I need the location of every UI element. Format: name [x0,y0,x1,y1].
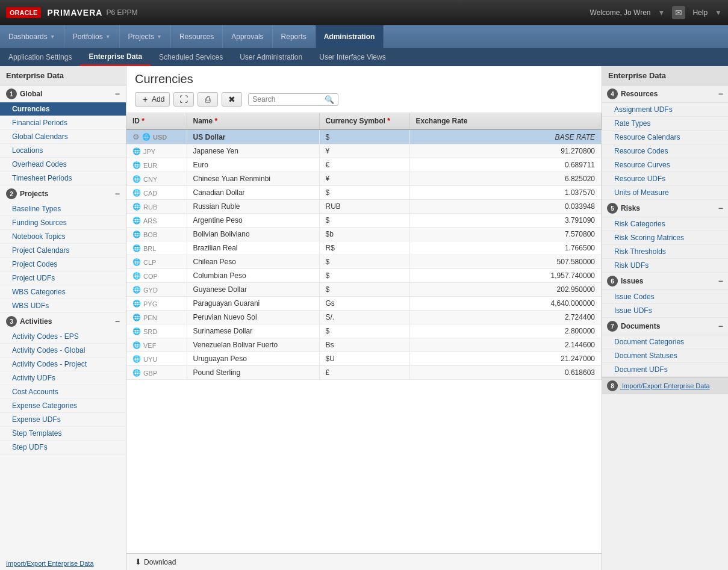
cell-rate: 1.766500 [409,241,602,255]
sidebar-item-baseline-types[interactable]: Baseline Types [0,202,126,216]
right-item-document-udfs[interactable]: Document UDFs [602,363,728,377]
right-item-resource-curves[interactable]: Resource Curves [602,158,728,172]
right-item-units-of-measure[interactable]: Units of Measure [602,186,728,200]
table-row[interactable]: 🌐 PENPeruvian Nuevo SolS/.2.724400 [126,311,602,324]
projects-collapse-icon[interactable]: − [115,189,120,199]
sidebar-item-expense-udfs[interactable]: Expense UDFs [0,413,126,427]
table-row[interactable]: 🌐 PYGParaguayan GuaraniGs4,640.000000 [126,297,602,311]
subnav-enterprise-data[interactable]: Enterprise Data [80,48,151,66]
sidebar-item-wbs-categories[interactable]: WBS Categories [0,285,126,299]
right-section-issues[interactable]: 6 Issues − [602,273,728,290]
sidebar-item-project-codes[interactable]: Project Codes [0,258,126,271]
risks-label: Risks [621,204,640,212]
table-row[interactable]: 🌐 UYUUruguayan Peso$U21.247000 [126,352,602,366]
notifications-icon[interactable]: ✉ [672,6,685,19]
table-row[interactable]: 🌐 BOBBolivian Boliviano$b7.570800 [126,228,602,241]
right-item-risk-categories[interactable]: Risk Categories [602,217,728,231]
right-import-export-link[interactable]: 8 Import/Export Enterprise Data [602,377,728,394]
table-row[interactable]: 🌐 ARSArgentine Peso$3.791090 [126,214,602,228]
sidebar-item-activity-codes-eps[interactable]: Activity Codes - EPS [0,330,126,344]
table-row[interactable]: 🌐 JPYJapanese Yen¥91.270800 [126,144,602,158]
right-item-risk-scoring-matrices[interactable]: Risk Scoring Matrices [602,231,728,245]
sidebar-item-overhead-codes[interactable]: Overhead Codes [0,158,126,172]
help-link[interactable]: Help [692,8,708,17]
subnav-application-settings[interactable]: Application Settings [0,48,80,66]
activities-collapse-icon[interactable]: − [115,317,120,326]
right-section-risks[interactable]: 5 Risks − [602,200,728,217]
cell-id: 🌐 CNY [126,172,187,186]
right-item-document-categories[interactable]: Document Categories [602,335,728,349]
documents-collapse-icon[interactable]: − [718,321,723,331]
sidebar-item-currencies[interactable]: Currencies [0,102,126,116]
print-button[interactable]: ⎙ [198,92,218,107]
table-row[interactable]: 🌐 SRDSurinamese Dollar$2.800000 [126,324,602,338]
risks-collapse-icon[interactable]: − [718,203,723,213]
table-row[interactable]: 🌐 CNYChinese Yuan Renminbi¥6.825020 [126,172,602,186]
sidebar-item-timesheet-periods[interactable]: Timesheet Periods [0,172,126,185]
right-item-risk-udfs[interactable]: Risk UDFs [602,259,728,273]
right-item-issue-udfs[interactable]: Issue UDFs [602,304,728,318]
page-title: Currencies [135,72,593,86]
sidebar-item-cost-accounts[interactable]: Cost Accounts [0,385,126,399]
right-item-issue-codes[interactable]: Issue Codes [602,290,728,304]
nav-portfolios[interactable]: Portfolios▼ [64,25,120,48]
download-button[interactable]: ⬇ Download [135,557,176,566]
right-item-rate-types[interactable]: Rate Types [602,117,728,131]
global-collapse-icon[interactable]: − [115,89,120,99]
sidebar-item-project-udfs[interactable]: Project UDFs [0,271,126,285]
right-section-documents[interactable]: 7 Documents − [602,318,728,335]
expand-button[interactable]: ⛶ [173,92,194,107]
delete-button[interactable]: ✖ [222,92,242,107]
resources-collapse-icon[interactable]: − [718,89,723,99]
nav-administration[interactable]: Administration [316,25,384,48]
welcome-link[interactable]: Welcome, Jo Wren [590,8,651,17]
sidebar-item-step-templates[interactable]: Step Templates [0,427,126,441]
sidebar-section-projects[interactable]: 2 Projects − [0,185,126,202]
nav-reports[interactable]: Reports [273,25,316,48]
sidebar-section-activities[interactable]: 3 Activities − [0,313,126,330]
subnav-user-administration[interactable]: User Administration [231,48,311,66]
table-row[interactable]: 🌐 CLPChilean Peso$507.580000 [126,255,602,269]
sidebar-section-global[interactable]: 1 Global − [0,85,126,102]
table-row[interactable]: ⚙ 🌐 USDUS Dollar$BASE RATE [126,129,602,144]
left-import-export-link[interactable]: Import/Export Enterprise Data [0,557,126,570]
right-section-resources[interactable]: 4 Resources − [602,85,728,103]
right-item-document-statuses[interactable]: Document Statuses [602,349,728,363]
table-row[interactable]: 🌐 RUBRussian RubleRUB0.033948 [126,200,602,214]
nav-dashboards[interactable]: Dashboards▼ [0,25,64,48]
sidebar-item-step-udfs[interactable]: Step UDFs [0,441,126,454]
right-item-assignment-udfs[interactable]: Assignment UDFs [602,103,728,117]
nav-projects[interactable]: Projects▼ [120,25,171,48]
sidebar-item-activity-codes-global[interactable]: Activity Codes - Global [0,344,126,358]
table-row[interactable]: 🌐 COPColumbian Peso$1,957.740000 [126,269,602,283]
table-row[interactable]: 🌐 GBPPound Sterling£0.618603 [126,366,602,380]
right-item-resource-udfs[interactable]: Resource UDFs [602,172,728,186]
sidebar-item-activity-udfs[interactable]: Activity UDFs [0,371,126,385]
right-item-resource-codes[interactable]: Resource Codes [602,144,728,158]
sidebar-item-project-calendars[interactable]: Project Calendars [0,244,126,258]
sidebar-item-notebook-topics[interactable]: Notebook Topics [0,230,126,244]
subnav-user-interface-views[interactable]: User Interface Views [311,48,394,66]
sidebar-item-activity-codes-project[interactable]: Activity Codes - Project [0,358,126,371]
table-row[interactable]: 🌐 CADCanadian Dollar$1.037570 [126,186,602,200]
nav-resources[interactable]: Resources [171,25,223,48]
search-box[interactable]: 🔍 [248,93,338,106]
table-row[interactable]: 🌐 GYDGuyanese Dollar$202.950000 [126,283,602,297]
table-row[interactable]: 🌐 EUREuro€0.689711 [126,158,602,172]
search-input[interactable] [252,95,325,104]
nav-approvals[interactable]: Approvals [223,25,272,48]
table-row[interactable]: 🌐 VEFVenezuelan Bolivar FuertoBs2.144600 [126,338,602,352]
cell-name: Surinamese Dollar [187,324,319,338]
subnav-scheduled-services[interactable]: Scheduled Services [151,48,231,66]
right-item-risk-thresholds[interactable]: Risk Thresholds [602,245,728,259]
sidebar-item-expense-categories[interactable]: Expense Categories [0,399,126,413]
add-button[interactable]: + Add [135,92,170,107]
sidebar-item-financial-periods[interactable]: Financial Periods [0,116,126,130]
sidebar-item-locations[interactable]: Locations [0,144,126,158]
right-item-resource-calendars[interactable]: Resource Calendars [602,131,728,144]
sidebar-item-global-calendars[interactable]: Global Calendars [0,130,126,144]
sidebar-item-funding-sources[interactable]: Funding Sources [0,216,126,230]
table-row[interactable]: 🌐 BRLBrazilian RealR$1.766500 [126,241,602,255]
sidebar-item-wbs-udfs[interactable]: WBS UDFs [0,299,126,313]
issues-collapse-icon[interactable]: − [718,276,723,286]
